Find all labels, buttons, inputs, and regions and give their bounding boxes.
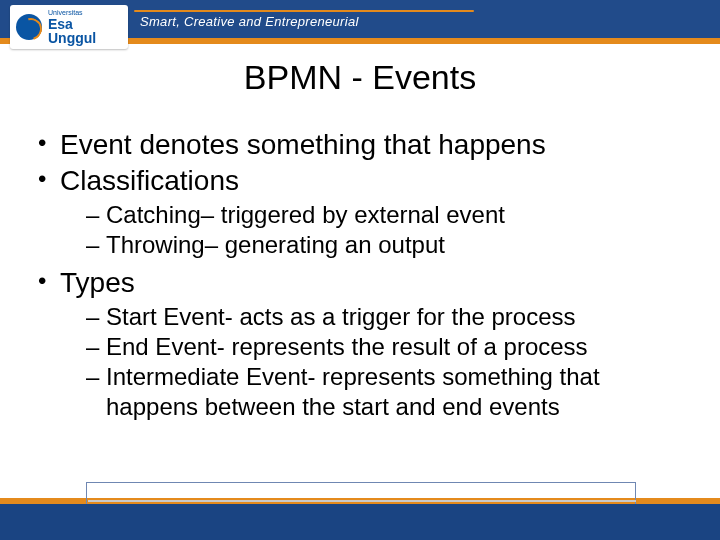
bullet-l2: End Event- represents the result of a pr… [60,332,694,362]
footer [0,488,720,540]
bullet-l1: Types Start Event- acts as a trigger for… [34,266,694,422]
bullet-text: Classifications [60,165,239,196]
logo-subtitle: Universitas [48,9,122,16]
bullet-text: Event denotes something that happens [60,129,546,160]
slide: Smart, Creative and Entrepreneurial Univ… [0,0,720,540]
slide-title: BPMN - Events [0,58,720,97]
bullet-text: Types [60,267,135,298]
bullet-l2: Throwing– generating an output [60,230,694,260]
logo-title: Esa Unggul [48,17,122,45]
bullet-l2: Catching– triggered by external event [60,200,694,230]
bullet-l2: Start Event- acts as a trigger for the p… [60,302,694,332]
logo-mark-icon [16,14,42,40]
logo-text: Universitas Esa Unggul [48,9,122,45]
footer-blue-band [0,504,720,540]
header-accent-line [134,10,474,12]
bullet-l1: Classifications Catching– triggered by e… [34,164,694,260]
header-tagline: Smart, Creative and Entrepreneurial [140,14,359,29]
logo: Universitas Esa Unggul [10,5,128,49]
slide-body: Event denotes something that happens Cla… [34,128,694,428]
footer-midline [88,500,636,502]
bullet-l2: Intermediate Event- represents something… [60,362,694,422]
bullet-l1: Event denotes something that happens [34,128,694,162]
